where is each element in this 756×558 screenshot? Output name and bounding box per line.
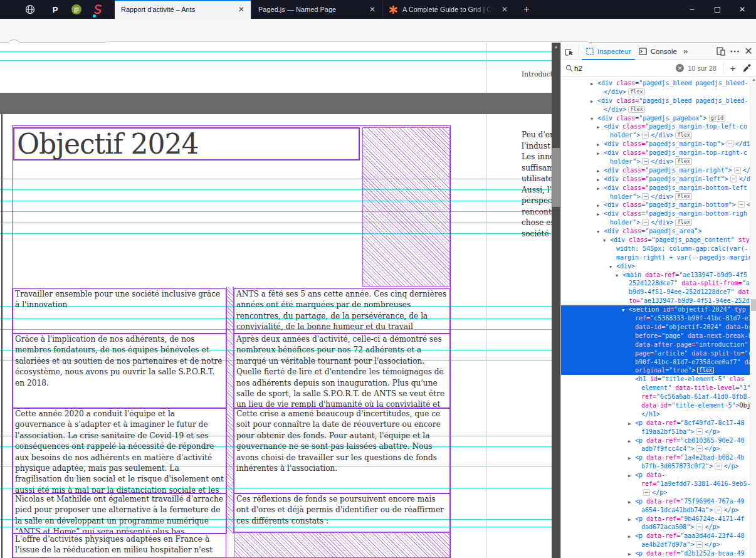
collapsed-content-badge[interactable]: ⋯	[696, 524, 703, 530]
layout-badge[interactable]: flex	[675, 219, 691, 226]
layout-badge[interactable]: flex	[697, 367, 713, 374]
pinned-tab-pagedjs[interactable]	[87, 0, 108, 19]
collapsed-content-badge[interactable]: ⋯	[730, 176, 737, 182]
dom-tree-line[interactable]: margin-right) + var(--pagedjs-margin-	[561, 253, 750, 262]
dom-tree-line[interactable]: to="ae133947-b9d9-4f51-94ee-252d1	[561, 297, 750, 305]
layout-badge[interactable]: flex	[675, 132, 691, 139]
collapsed-content-badge[interactable]: ⋯	[642, 132, 649, 139]
dom-tree-line[interactable]: </div>flex	[561, 88, 750, 97]
dom-tree-line[interactable]: ref="6c56a6ab-61af-41d0-8fb8-	[561, 392, 750, 401]
scroll-up-arrow-icon[interactable]: ▲	[552, 44, 560, 50]
devtools-search-input[interactable]	[574, 65, 676, 72]
dom-tree-line[interactable]: ▶<div class="pagedjs_margin-bottom-righ	[561, 209, 750, 218]
layout-badge[interactable]: flex	[675, 158, 691, 165]
tab-css-grid-guide[interactable]: A Complete Guide to Grid | CSS ✕	[382, 0, 514, 19]
dom-tree-line[interactable]: b9d9-4f51-94ee-252d1228dce7" data	[561, 288, 750, 297]
collapsed-content-badge[interactable]: ⋯	[715, 507, 722, 513]
dom-tree-line[interactable]: ae4b2df7d97a">⋯</p>	[561, 540, 750, 549]
dom-tree-line[interactable]: original="true">flex	[561, 366, 750, 375]
clear-search-icon[interactable]: ✕	[676, 64, 684, 72]
collapsed-content-badge[interactable]: ⋯	[642, 219, 649, 226]
collapsed-content-badge[interactable]: ⋯	[696, 428, 703, 435]
dom-tree-line[interactable]: ▶<p data-ref="1a4e2bad-b082-4b	[561, 453, 750, 462]
eyedropper-icon[interactable]	[740, 61, 753, 75]
collapsed-content-badge[interactable]: ⋯	[727, 140, 733, 147]
dom-tree-line[interactable]: before="page" data-next-break-b	[561, 332, 750, 340]
dom-tree-line[interactable]: 252d1228dce7" data-split-from="ae	[561, 279, 750, 288]
content-scrollbar[interactable]: ▲	[552, 43, 560, 558]
layout-badge[interactable]: flex	[675, 193, 691, 200]
dom-tree-line[interactable]: ▶<p data-	[561, 471, 750, 480]
devtools-menu-icon[interactable]: ⋯	[728, 45, 742, 58]
window-minimize-button[interactable]: –	[680, 0, 705, 19]
responsive-mode-icon[interactable]	[714, 45, 728, 58]
dom-tree-line[interactable]: ▶<p data-ref="aaa3d4d4-23f4-48	[561, 532, 750, 540]
dom-tree-line[interactable]: b90f-41bc-81d7-e7358cee0af7" da	[561, 358, 750, 367]
dom-tree-line[interactable]: holder">⋯</div>flex	[561, 192, 750, 201]
tab-close-icon[interactable]: ✕	[369, 5, 375, 14]
dom-tree-line[interactable]: data-id="objectif-2024" data-br	[561, 323, 750, 332]
layout-badge[interactable]: flex	[628, 106, 644, 113]
tab-pagedjs-named-page[interactable]: Paged.js — Named Page ✕	[251, 0, 382, 19]
pinned-tab-globe[interactable]	[19, 0, 41, 19]
dom-tree-line[interactable]: width: 545px; column-gap:calc(var(--p	[561, 245, 750, 253]
tab-close-icon[interactable]: ✕	[238, 5, 244, 14]
dom-tree-line[interactable]: ▶<p data-ref="8cf49fd7-8c17-48	[561, 419, 750, 428]
collapsed-content-badge[interactable]: ⋯	[734, 167, 741, 174]
tab-console[interactable]: Console	[635, 43, 681, 60]
scrollbar-thumb[interactable]	[552, 148, 560, 207]
pinned-tab-p[interactable]: P	[45, 0, 66, 19]
dom-tree-line[interactable]: b7fb-3d057873c0f2">⋯</p>	[561, 462, 750, 471]
window-close-button[interactable]: ✕	[730, 0, 755, 19]
dom-tree-line[interactable]: ▶<div class="pagedjs_margin-top">⋯</di	[561, 140, 750, 149]
layout-badge[interactable]: grid	[709, 115, 725, 122]
dom-tree-line[interactable]: ▶<div class="pagedjs_bleed pagedjs_bleed…	[561, 97, 750, 105]
new-tab-button[interactable]: +	[517, 0, 536, 19]
dom-tree-line[interactable]: ▼<div class="pagedjs_page_content" sty	[561, 236, 750, 245]
layout-badge[interactable]: flex	[628, 88, 644, 95]
dom-tree-line[interactable]: ▼<section id="objectif-2024" typ	[561, 305, 750, 314]
dom-tree-line[interactable]: ▶<div class="pagedjs_margin-right">⋯</	[561, 166, 750, 175]
collapsed-content-badge[interactable]: ⋯	[696, 541, 703, 548]
devtools-scrollbar[interactable]: ▲	[750, 76, 756, 558]
dom-tree-line[interactable]: ▶<p data-ref="75f96904-767a-49	[561, 497, 750, 506]
dom-tree-line[interactable]: ▶<div class="pagedjs_margin-bottom-left	[561, 184, 750, 192]
more-tabs-chevron-icon[interactable]: »	[681, 43, 690, 60]
dom-tree-line[interactable]: ▶<p data-ref="9b46724e-4171-4f	[561, 515, 750, 524]
dom-tree-line[interactable]: holder">⋯</div>flex	[561, 218, 750, 227]
collapsed-content-badge[interactable]: ⋯	[642, 158, 649, 165]
expand-arrow-icon[interactable]: ▶	[628, 550, 631, 558]
dom-tree-line[interactable]: ref="c5368333-b90f-41bc-81d7-e7	[561, 314, 750, 323]
dom-tree-line[interactable]: ▶<div class="pagedjs_margin-top-right-c	[561, 149, 750, 157]
dom-tree-line[interactable]: element" data-title-level="1"	[561, 384, 750, 392]
tab-inspector[interactable]: Inspecteur	[582, 43, 635, 60]
scrollbar-thumb[interactable]	[751, 299, 756, 311]
dom-tree-line[interactable]: ▶<div class="pagedjs_margin-bottom">⋯<	[561, 201, 750, 209]
dom-tree-line[interactable]: ▼<div class="pagedjs_pagebox">grid	[561, 114, 750, 123]
collapsed-content-badge[interactable]: ⋯	[696, 445, 703, 452]
dom-tree-line[interactable]: data-after-page="introduction"	[561, 340, 750, 349]
window-maximize-button[interactable]	[705, 0, 730, 19]
create-node-button[interactable]: +	[726, 61, 740, 75]
dom-tree-line[interactable]: </h1>	[561, 410, 750, 419]
dom-tree-line[interactable]: holder">⋯</div>flex	[561, 131, 750, 140]
dom-tree-line[interactable]: ▶<p data-ref="d2b1252a-bcaa-49	[561, 549, 750, 558]
dom-tree-line[interactable]: ▶<div class="pagedjs_margin-left">⋯</d	[561, 175, 750, 184]
dom-tree-line[interactable]: holder">⋯</div>flex	[561, 157, 750, 166]
dom-tree-line[interactable]: a654-1dca41bdb74a">⋯</p>	[561, 506, 750, 515]
dom-tree-line[interactable]: data-id="title-element-5">Obj	[561, 401, 750, 410]
dom-tree-line[interactable]: </div>flex	[561, 105, 750, 114]
dom-tree-line[interactable]: adb7f9fcc4c4">⋯</p>	[561, 445, 750, 453]
collapsed-content-badge[interactable]: ⋯	[642, 193, 649, 200]
scroll-up-arrow-icon[interactable]: ▲	[750, 77, 756, 82]
pick-element-icon[interactable]	[562, 45, 576, 58]
dom-tree-line[interactable]: ref="1a9efdd7-5381-4616-9eb5-	[561, 480, 750, 488]
dom-tree-line[interactable]: ▶<div class="pagedjs_margin-top-left-co	[561, 122, 750, 131]
pinned-tab-notes[interactable]	[66, 0, 87, 19]
dom-tree-line[interactable]: <h1 id="title-element-5" clas	[561, 375, 750, 384]
dom-tree-line[interactable]: ▼<div class="pagedjs_area">	[561, 227, 750, 236]
dom-tree-line[interactable]: ▼<main data-ref="ae133947-b9d9-4f5	[561, 271, 750, 280]
dom-tree-line[interactable]: dad672aca508">⋯</p>	[561, 523, 750, 532]
dom-tree-line[interactable]: ▶<div class="pagedjs_bleed pagedjs_bleed…	[561, 79, 750, 88]
devtools-close-icon[interactable]: ✕	[742, 45, 755, 58]
